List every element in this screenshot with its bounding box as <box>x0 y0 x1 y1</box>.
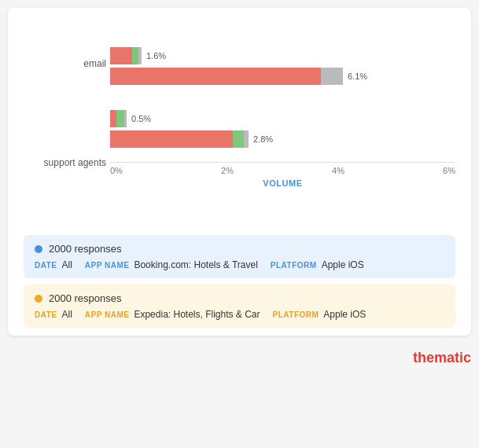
chart-area: email support agents 1.6% 6.1% <box>24 24 455 227</box>
bar-seg-gray-4 <box>244 130 249 148</box>
date-label-yellow: DATE <box>35 310 57 319</box>
bar-seg-red-2 <box>110 68 321 85</box>
bar-seg-gray-2 <box>321 68 343 85</box>
email-row-2: 6.1% <box>110 68 455 85</box>
brand-footer: thematic <box>0 343 479 369</box>
support-row-2: 2.8% <box>110 130 455 148</box>
bar-seg-red-4 <box>110 130 233 148</box>
brand-name-dark: themat <box>413 350 459 365</box>
bar-group-email: 1.6% 6.1% <box>110 47 455 85</box>
brand-name-red: ic <box>459 350 471 365</box>
bar-group-support: 0.5% 2.8% <box>110 110 455 148</box>
app-value-yellow: Expedia: Hotels, Flights & Car <box>134 309 260 320</box>
response-count-yellow: 2000 responses <box>49 292 122 304</box>
response-count-blue: 2000 responses <box>49 243 122 255</box>
platform-value-yellow: Apple iOS <box>323 309 366 320</box>
x-tick-6: 6% <box>443 166 455 175</box>
response-card-blue: 2000 responses DATE All APP NAME Booking… <box>24 235 455 278</box>
bar-seg-green <box>132 47 138 64</box>
platform-label-yellow: PLATFORM <box>273 310 319 319</box>
response-meta-blue: DATE All APP NAME Booking.com: Hotels & … <box>35 259 444 270</box>
email-row2-label: 6.1% <box>348 72 367 81</box>
response-header-blue: 2000 responses <box>35 243 444 255</box>
bar-seg-red-3 <box>110 110 116 127</box>
support-row1-label: 0.5% <box>131 114 151 123</box>
bar-seg-green-4 <box>233 130 244 148</box>
support-row2-label: 2.8% <box>253 134 273 144</box>
app-label-blue: APP NAME <box>85 261 130 270</box>
dot-yellow <box>35 295 42 303</box>
support-row-1: 0.5% <box>110 110 455 127</box>
x-axis: 0% 2% 4% 6% VOLUME <box>110 162 455 188</box>
response-header-yellow: 2000 responses <box>35 292 444 304</box>
bar-seg-gray-3 <box>124 110 127 127</box>
x-ticks: 0% 2% 4% 6% <box>110 162 455 175</box>
x-tick-2: 2% <box>221 166 234 175</box>
bar-seg-gray <box>138 47 142 64</box>
chart-wrapper: email support agents 1.6% 6.1% <box>24 24 455 227</box>
y-label-support: support agents <box>24 157 106 168</box>
x-tick-4: 4% <box>332 166 345 175</box>
date-label-blue: DATE <box>35 261 57 270</box>
platform-value-blue: Apple iOS <box>322 259 364 270</box>
email-row1-label: 1.6% <box>146 51 166 61</box>
bar-seg-red <box>110 47 132 64</box>
date-value-blue: All <box>61 259 72 270</box>
y-label-email: email <box>24 58 106 69</box>
email-row-1: 1.6% <box>110 47 455 64</box>
platform-label-blue: PLATFORM <box>271 261 317 270</box>
response-meta-yellow: DATE All APP NAME Expedia: Hotels, Fligh… <box>35 309 444 320</box>
app-label-yellow: APP NAME <box>85 310 130 319</box>
x-axis-title: VOLUME <box>110 178 455 188</box>
date-value-yellow: All <box>61 309 72 320</box>
main-container: email support agents 1.6% 6.1% <box>8 8 471 336</box>
app-value-blue: Booking.com: Hotels & Travel <box>134 259 257 270</box>
bar-seg-green-3 <box>116 110 124 127</box>
x-tick-0: 0% <box>110 166 123 175</box>
response-card-yellow: 2000 responses DATE All APP NAME Expedia… <box>24 285 455 328</box>
dot-blue <box>35 245 42 253</box>
